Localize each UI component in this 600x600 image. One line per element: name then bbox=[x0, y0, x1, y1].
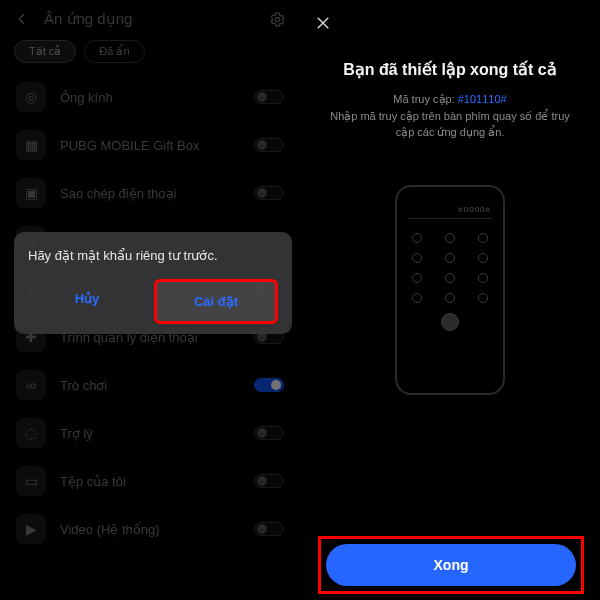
keypad-dot bbox=[478, 293, 488, 303]
settings-button[interactable]: Cài đặt bbox=[154, 279, 278, 324]
keypad-dot bbox=[478, 253, 488, 263]
keypad-dot bbox=[478, 233, 488, 243]
phone-illustration: #0000# bbox=[395, 185, 505, 395]
keypad-dot bbox=[412, 233, 422, 243]
keypad-dot bbox=[445, 233, 455, 243]
keypad-dot bbox=[445, 293, 455, 303]
keypad-dot bbox=[478, 273, 488, 283]
phone-code-display: #0000# bbox=[409, 205, 491, 219]
keypad-dot bbox=[412, 293, 422, 303]
keypad-dot bbox=[445, 253, 455, 263]
keypad-dot bbox=[412, 253, 422, 263]
access-code-label: Mã truy cập: bbox=[393, 93, 457, 105]
done-button[interactable]: Xong bbox=[326, 544, 576, 586]
privacy-modal: Hãy đặt mật khẩu riêng tư trước. Hủy Cài… bbox=[14, 232, 292, 334]
close-icon[interactable] bbox=[314, 14, 586, 32]
keypad-dot bbox=[412, 273, 422, 283]
keypad-call-icon bbox=[441, 313, 459, 331]
access-code: #101110# bbox=[458, 93, 507, 105]
setup-complete-heading: Bạn đã thiết lập xong tất cả bbox=[300, 60, 600, 79]
cancel-button[interactable]: Hủy bbox=[28, 279, 146, 324]
setup-sub: Mã truy cập: #101110# Nhập mã truy cập t… bbox=[300, 91, 600, 141]
access-code-hint: Nhập mã truy cập trên bàn phím quay số đ… bbox=[330, 110, 570, 139]
modal-message: Hãy đặt mật khẩu riêng tư trước. bbox=[28, 248, 278, 263]
keypad-dot bbox=[445, 273, 455, 283]
